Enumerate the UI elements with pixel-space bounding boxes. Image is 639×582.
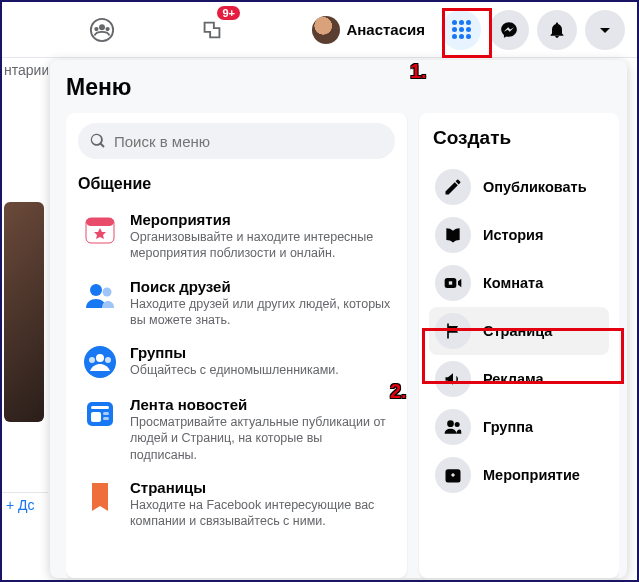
sliver-add-button[interactable]: + Дс xyxy=(2,492,48,517)
svg-rect-13 xyxy=(91,406,109,409)
events-icon xyxy=(82,211,118,247)
menu-item-groups[interactable]: ГруппыОбщайтесь с единомышленниками. xyxy=(78,336,395,388)
menu-button[interactable] xyxy=(441,10,481,50)
svg-rect-15 xyxy=(103,412,109,415)
pages-icon xyxy=(82,479,118,515)
menu-panel: Меню Общение МероприятияОрганизовывайте … xyxy=(50,60,627,578)
account-button[interactable] xyxy=(585,10,625,50)
svg-point-6 xyxy=(90,284,102,296)
svg-point-7 xyxy=(103,287,112,296)
left-sliver: нтарии + Дс xyxy=(2,58,48,580)
create-post[interactable]: Опубликовать xyxy=(429,163,609,211)
group-icon xyxy=(435,409,471,445)
story-thumbnail[interactable] xyxy=(4,202,44,422)
create-ad[interactable]: Реклама xyxy=(429,355,609,403)
profile-name: Анастасия xyxy=(346,21,425,38)
svg-point-3 xyxy=(105,26,109,30)
create-story[interactable]: История xyxy=(429,211,609,259)
gaming-tab-icon[interactable]: 9+ xyxy=(192,10,232,50)
menu-search-input[interactable] xyxy=(114,133,383,150)
create-title: Создать xyxy=(429,127,609,149)
edit-icon xyxy=(435,169,471,205)
menu-item-events[interactable]: МероприятияОрганизовывайте и находите ин… xyxy=(78,203,395,270)
notifications-button[interactable] xyxy=(537,10,577,50)
groups-icon xyxy=(82,344,118,380)
menu-item-pages[interactable]: СтраницыНаходите на Facebook интересующи… xyxy=(78,471,395,538)
menu-left-column: Общение МероприятияОрганизовывайте и нах… xyxy=(66,113,407,578)
messenger-icon xyxy=(499,20,519,40)
svg-point-2 xyxy=(94,26,98,30)
caret-down-icon xyxy=(595,20,615,40)
video-icon xyxy=(435,265,471,301)
svg-point-10 xyxy=(89,357,95,363)
create-page[interactable]: Страница xyxy=(429,307,609,355)
menu-search[interactable] xyxy=(78,123,395,159)
notification-badge: 9+ xyxy=(217,6,240,20)
svg-rect-16 xyxy=(103,417,109,420)
create-group[interactable]: Группа xyxy=(429,403,609,451)
svg-rect-23 xyxy=(452,473,454,476)
calendar-plus-icon xyxy=(435,457,471,493)
create-column: Создать Опубликовать История Комната Стр… xyxy=(419,113,619,578)
menu-item-find-friends[interactable]: Поиск друзейНаходите друзей или других л… xyxy=(78,270,395,337)
svg-point-11 xyxy=(105,357,111,363)
svg-rect-5 xyxy=(86,218,114,226)
svg-point-20 xyxy=(455,422,460,427)
create-room[interactable]: Комната xyxy=(429,259,609,307)
feed-icon xyxy=(82,396,118,432)
avatar xyxy=(312,16,340,44)
groups-tab-icon[interactable] xyxy=(82,10,122,50)
create-event[interactable]: Мероприятие xyxy=(429,451,609,499)
svg-rect-14 xyxy=(91,412,101,422)
flag-icon xyxy=(435,313,471,349)
section-label: Общение xyxy=(78,175,395,193)
svg-rect-18 xyxy=(449,281,452,284)
svg-point-9 xyxy=(96,354,104,362)
menu-title: Меню xyxy=(66,74,619,101)
book-icon xyxy=(435,217,471,253)
bell-icon xyxy=(547,20,567,40)
messenger-button[interactable] xyxy=(489,10,529,50)
profile-chip[interactable]: Анастасия xyxy=(308,12,433,48)
friends-icon xyxy=(82,278,118,314)
svg-point-19 xyxy=(447,420,454,427)
sliver-text: нтарии xyxy=(2,58,48,82)
megaphone-icon xyxy=(435,361,471,397)
menu-grid-icon xyxy=(452,20,471,39)
menu-item-news-feed[interactable]: Лента новостейПросматривайте актуальные … xyxy=(78,388,395,471)
top-nav: 9+ Анастасия xyxy=(2,2,637,58)
svg-point-1 xyxy=(99,24,105,30)
search-icon xyxy=(90,133,106,149)
